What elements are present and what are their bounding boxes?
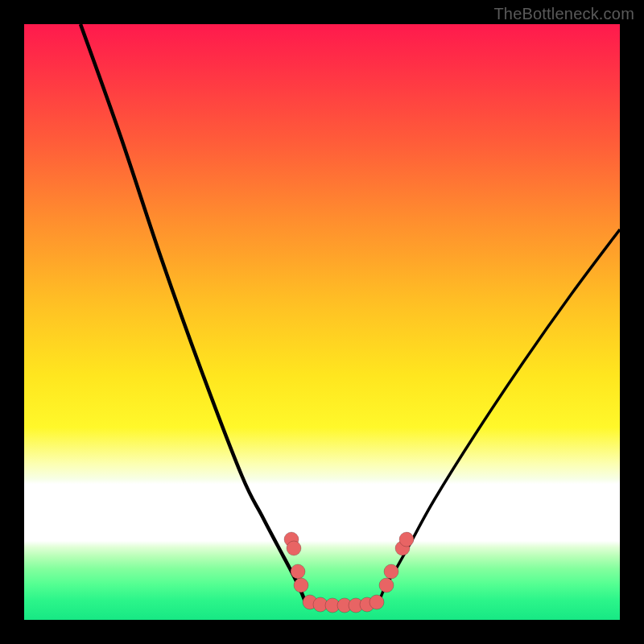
highlight-dot — [294, 578, 308, 592]
highlight-dot — [379, 578, 394, 592]
highlight-dot — [384, 564, 398, 579]
right-curve — [378, 229, 620, 604]
highlight-dot — [369, 595, 384, 609]
left-curve — [80, 24, 306, 604]
watermark-text: TheBottleneck.com — [493, 5, 634, 23]
outer-frame: TheBottleneck.com — [0, 0, 644, 644]
curve-svg — [24, 24, 620, 620]
highlight-dot — [399, 532, 414, 547]
highlight-dot — [287, 541, 301, 555]
highlight-dot — [291, 564, 305, 579]
plot-area — [24, 24, 620, 620]
dots-group — [284, 532, 414, 613]
curve-group — [80, 24, 620, 604]
